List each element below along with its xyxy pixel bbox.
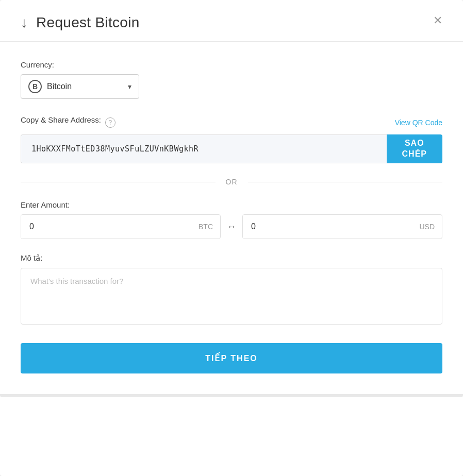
view-qr-link[interactable]: View QR Code — [395, 118, 442, 127]
modal-header: ↓ Request Bitcoin ✕ — [0, 0, 463, 42]
address-label: Copy & Share Address: — [21, 115, 101, 124]
btc-currency-label: BTC — [191, 223, 220, 231]
address-input-row: SAO CHÉP — [21, 134, 442, 163]
amount-row: BTC ↔ USD — [21, 214, 442, 239]
amount-label: Enter Amount: — [21, 200, 442, 209]
currency-dropdown[interactable]: B Bitcoin ▾ — [21, 74, 139, 99]
bottom-bar — [0, 394, 463, 397]
currency-name: Bitcoin — [47, 82, 128, 91]
chevron-down-icon: ▾ — [128, 82, 131, 91]
modal-title: Request Bitcoin — [36, 14, 140, 31]
modal-body: Currency: B Bitcoin ▾ Copy & Share Addre… — [0, 42, 463, 394]
currency-label: Currency: — [21, 60, 442, 69]
description-label: Mô tả: — [21, 253, 442, 263]
usd-amount-input[interactable] — [243, 215, 412, 239]
btc-amount-input[interactable] — [21, 215, 191, 239]
close-button[interactable]: ✕ — [431, 13, 444, 28]
amount-section: Enter Amount: BTC ↔ USD — [21, 200, 442, 239]
address-input[interactable] — [21, 134, 387, 163]
usd-input-wrapper: USD — [242, 214, 442, 239]
exchange-icon: ↔ — [221, 222, 242, 232]
address-label-left: Copy & Share Address: ? — [21, 115, 115, 129]
address-section: Copy & Share Address: ? View QR Code SAO… — [21, 115, 442, 163]
btc-input-wrapper: BTC — [21, 214, 221, 239]
copy-button-line1: SAO — [405, 139, 424, 147]
divider-line-left — [21, 182, 216, 182]
or-divider: OR — [21, 178, 442, 186]
bitcoin-icon: B — [28, 80, 42, 93]
help-icon[interactable]: ? — [105, 117, 115, 128]
usd-currency-label: USD — [412, 223, 442, 231]
address-label-row: Copy & Share Address: ? View QR Code — [21, 115, 442, 129]
request-bitcoin-modal: ↓ Request Bitcoin ✕ Currency: B Bitcoin … — [0, 0, 463, 476]
description-section: Mô tả: — [21, 253, 442, 327]
currency-section: Currency: B Bitcoin ▾ — [21, 60, 442, 99]
divider-line-right — [248, 182, 443, 182]
copy-button-line2: CHÉP — [402, 149, 427, 158]
copy-button[interactable]: SAO CHÉP — [387, 134, 442, 163]
submit-button[interactable]: TIẾP THEO — [21, 343, 442, 373]
or-text: OR — [216, 178, 248, 186]
download-icon: ↓ — [21, 15, 28, 30]
description-textarea[interactable] — [21, 268, 442, 325]
